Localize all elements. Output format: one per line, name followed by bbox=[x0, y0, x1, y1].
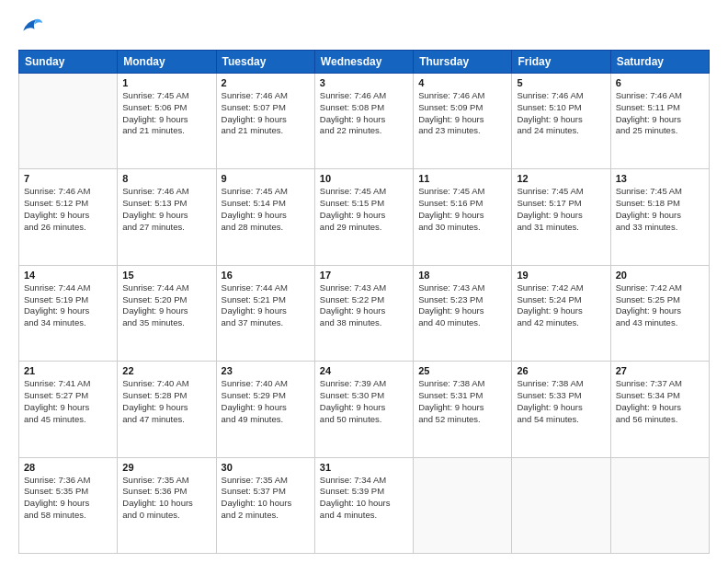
day-info: Sunrise: 7:44 AM Sunset: 5:20 PM Dayligh… bbox=[122, 282, 210, 329]
weekday-header-row: SundayMondayTuesdayWednesdayThursdayFrid… bbox=[19, 51, 710, 74]
day-number: 16 bbox=[222, 270, 310, 281]
day-info: Sunrise: 7:46 AM Sunset: 5:13 PM Dayligh… bbox=[122, 186, 210, 233]
calendar-cell: 24Sunrise: 7:39 AM Sunset: 5:30 PM Dayli… bbox=[314, 362, 413, 457]
day-number: 15 bbox=[122, 270, 210, 281]
calendar-cell: 12Sunrise: 7:45 AM Sunset: 5:17 PM Dayli… bbox=[512, 169, 610, 265]
logo bbox=[18, 15, 48, 40]
calendar-cell: 27Sunrise: 7:37 AM Sunset: 5:34 PM Dayli… bbox=[610, 362, 709, 457]
day-info: Sunrise: 7:44 AM Sunset: 5:21 PM Dayligh… bbox=[222, 282, 310, 329]
day-info: Sunrise: 7:44 AM Sunset: 5:19 PM Dayligh… bbox=[24, 282, 112, 329]
weekday-header-thursday: Thursday bbox=[414, 51, 512, 74]
day-number: 8 bbox=[122, 173, 210, 184]
calendar-cell: 16Sunrise: 7:44 AM Sunset: 5:21 PM Dayli… bbox=[216, 265, 314, 361]
day-number: 10 bbox=[320, 173, 408, 184]
day-info: Sunrise: 7:39 AM Sunset: 5:30 PM Dayligh… bbox=[320, 378, 408, 425]
day-info: Sunrise: 7:46 AM Sunset: 5:12 PM Dayligh… bbox=[24, 186, 112, 233]
day-number: 31 bbox=[320, 462, 408, 473]
day-info: Sunrise: 7:43 AM Sunset: 5:22 PM Dayligh… bbox=[320, 282, 408, 329]
day-info: Sunrise: 7:38 AM Sunset: 5:31 PM Dayligh… bbox=[418, 378, 506, 425]
day-number: 5 bbox=[517, 77, 605, 88]
day-info: Sunrise: 7:34 AM Sunset: 5:39 PM Dayligh… bbox=[320, 475, 408, 522]
day-number: 27 bbox=[616, 365, 704, 376]
calendar-cell: 25Sunrise: 7:38 AM Sunset: 5:31 PM Dayli… bbox=[414, 362, 512, 457]
day-info: Sunrise: 7:40 AM Sunset: 5:29 PM Dayligh… bbox=[222, 378, 310, 425]
day-info: Sunrise: 7:46 AM Sunset: 5:07 PM Dayligh… bbox=[222, 90, 310, 137]
day-number: 19 bbox=[517, 270, 605, 281]
day-info: Sunrise: 7:37 AM Sunset: 5:34 PM Dayligh… bbox=[616, 378, 704, 425]
day-number: 13 bbox=[616, 173, 704, 184]
calendar-cell: 13Sunrise: 7:45 AM Sunset: 5:18 PM Dayli… bbox=[610, 169, 709, 265]
calendar-cell: 20Sunrise: 7:42 AM Sunset: 5:25 PM Dayli… bbox=[610, 265, 709, 361]
calendar-cell: 6Sunrise: 7:46 AM Sunset: 5:11 PM Daylig… bbox=[610, 74, 709, 169]
day-info: Sunrise: 7:41 AM Sunset: 5:27 PM Dayligh… bbox=[24, 378, 112, 425]
calendar-body: 1Sunrise: 7:45 AM Sunset: 5:06 PM Daylig… bbox=[19, 74, 710, 554]
day-number: 28 bbox=[24, 462, 112, 473]
day-number: 12 bbox=[517, 173, 605, 184]
calendar-cell: 22Sunrise: 7:40 AM Sunset: 5:28 PM Dayli… bbox=[118, 362, 216, 457]
calendar-cell: 19Sunrise: 7:42 AM Sunset: 5:24 PM Dayli… bbox=[512, 265, 610, 361]
day-info: Sunrise: 7:45 AM Sunset: 5:06 PM Dayligh… bbox=[122, 90, 210, 137]
calendar-cell: 15Sunrise: 7:44 AM Sunset: 5:20 PM Dayli… bbox=[118, 265, 216, 361]
calendar-week-row: 14Sunrise: 7:44 AM Sunset: 5:19 PM Dayli… bbox=[19, 265, 710, 361]
day-number: 2 bbox=[222, 77, 310, 88]
day-number: 7 bbox=[24, 173, 112, 184]
weekday-header-saturday: Saturday bbox=[610, 51, 709, 74]
calendar-cell: 9Sunrise: 7:45 AM Sunset: 5:14 PM Daylig… bbox=[216, 169, 314, 265]
day-info: Sunrise: 7:45 AM Sunset: 5:17 PM Dayligh… bbox=[517, 186, 605, 233]
calendar-cell: 2Sunrise: 7:46 AM Sunset: 5:07 PM Daylig… bbox=[216, 74, 314, 169]
calendar-cell: 5Sunrise: 7:46 AM Sunset: 5:10 PM Daylig… bbox=[512, 74, 610, 169]
day-number: 17 bbox=[320, 270, 408, 281]
day-number: 26 bbox=[517, 365, 605, 376]
day-info: Sunrise: 7:40 AM Sunset: 5:28 PM Dayligh… bbox=[122, 378, 210, 425]
day-info: Sunrise: 7:45 AM Sunset: 5:15 PM Dayligh… bbox=[320, 186, 408, 233]
day-info: Sunrise: 7:35 AM Sunset: 5:37 PM Dayligh… bbox=[222, 475, 310, 522]
calendar-cell: 31Sunrise: 7:34 AM Sunset: 5:39 PM Dayli… bbox=[314, 457, 413, 553]
weekday-header-sunday: Sunday bbox=[19, 51, 118, 74]
calendar-cell: 1Sunrise: 7:45 AM Sunset: 5:06 PM Daylig… bbox=[118, 74, 216, 169]
day-number: 23 bbox=[222, 365, 310, 376]
calendar-cell: 11Sunrise: 7:45 AM Sunset: 5:16 PM Dayli… bbox=[414, 169, 512, 265]
day-number: 11 bbox=[418, 173, 506, 184]
page: SundayMondayTuesdayWednesdayThursdayFrid… bbox=[0, 0, 728, 563]
day-number: 24 bbox=[320, 365, 408, 376]
calendar-cell bbox=[19, 74, 118, 169]
day-info: Sunrise: 7:46 AM Sunset: 5:09 PM Dayligh… bbox=[418, 90, 506, 137]
day-info: Sunrise: 7:42 AM Sunset: 5:24 PM Dayligh… bbox=[517, 282, 605, 329]
day-number: 1 bbox=[122, 77, 210, 88]
calendar-cell: 3Sunrise: 7:46 AM Sunset: 5:08 PM Daylig… bbox=[314, 74, 413, 169]
calendar-cell: 28Sunrise: 7:36 AM Sunset: 5:35 PM Dayli… bbox=[19, 457, 118, 553]
day-number: 3 bbox=[320, 77, 408, 88]
day-info: Sunrise: 7:46 AM Sunset: 5:10 PM Dayligh… bbox=[517, 90, 605, 137]
calendar-cell: 30Sunrise: 7:35 AM Sunset: 5:37 PM Dayli… bbox=[216, 457, 314, 553]
calendar-cell: 23Sunrise: 7:40 AM Sunset: 5:29 PM Dayli… bbox=[216, 362, 314, 457]
calendar-week-row: 28Sunrise: 7:36 AM Sunset: 5:35 PM Dayli… bbox=[19, 457, 710, 553]
day-number: 21 bbox=[24, 365, 112, 376]
calendar-cell bbox=[414, 457, 512, 553]
calendar-cell: 4Sunrise: 7:46 AM Sunset: 5:09 PM Daylig… bbox=[414, 74, 512, 169]
day-info: Sunrise: 7:46 AM Sunset: 5:11 PM Dayligh… bbox=[616, 90, 704, 137]
calendar-cell: 18Sunrise: 7:43 AM Sunset: 5:23 PM Dayli… bbox=[414, 265, 512, 361]
weekday-header-friday: Friday bbox=[512, 51, 610, 74]
logo-icon bbox=[18, 15, 44, 40]
calendar-cell bbox=[512, 457, 610, 553]
calendar-cell: 17Sunrise: 7:43 AM Sunset: 5:22 PM Dayli… bbox=[314, 265, 413, 361]
calendar-week-row: 7Sunrise: 7:46 AM Sunset: 5:12 PM Daylig… bbox=[19, 169, 710, 265]
calendar-week-row: 1Sunrise: 7:45 AM Sunset: 5:06 PM Daylig… bbox=[19, 74, 710, 169]
day-info: Sunrise: 7:45 AM Sunset: 5:14 PM Dayligh… bbox=[222, 186, 310, 233]
calendar-week-row: 21Sunrise: 7:41 AM Sunset: 5:27 PM Dayli… bbox=[19, 362, 710, 457]
calendar-table: SundayMondayTuesdayWednesdayThursdayFrid… bbox=[18, 50, 710, 554]
day-number: 22 bbox=[122, 365, 210, 376]
day-number: 25 bbox=[418, 365, 506, 376]
calendar-cell: 8Sunrise: 7:46 AM Sunset: 5:13 PM Daylig… bbox=[118, 169, 216, 265]
day-info: Sunrise: 7:45 AM Sunset: 5:18 PM Dayligh… bbox=[616, 186, 704, 233]
day-number: 14 bbox=[24, 270, 112, 281]
day-info: Sunrise: 7:43 AM Sunset: 5:23 PM Dayligh… bbox=[418, 282, 506, 329]
calendar-cell bbox=[610, 457, 709, 553]
weekday-header-monday: Monday bbox=[118, 51, 216, 74]
calendar-cell: 14Sunrise: 7:44 AM Sunset: 5:19 PM Dayli… bbox=[19, 265, 118, 361]
day-number: 9 bbox=[222, 173, 310, 184]
day-info: Sunrise: 7:46 AM Sunset: 5:08 PM Dayligh… bbox=[320, 90, 408, 137]
calendar-cell: 29Sunrise: 7:35 AM Sunset: 5:36 PM Dayli… bbox=[118, 457, 216, 553]
day-number: 29 bbox=[122, 462, 210, 473]
calendar-cell: 7Sunrise: 7:46 AM Sunset: 5:12 PM Daylig… bbox=[19, 169, 118, 265]
